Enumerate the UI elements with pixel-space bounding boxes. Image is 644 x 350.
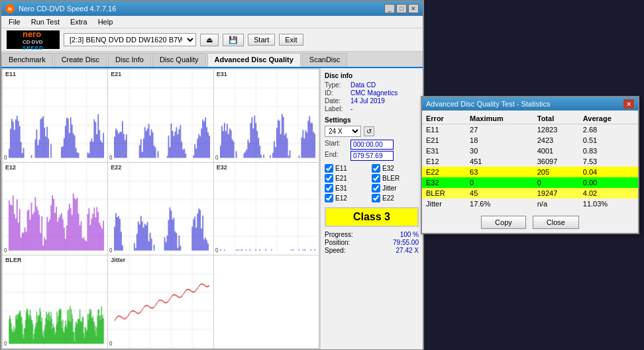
tab-disc-quality[interactable]: Disc Quality [152,53,206,67]
tab-create-disc[interactable]: Create Disc [54,53,107,67]
progress-row: Progress: 100 % [325,231,419,238]
info-date-row: Date: 14 Jul 2019 [325,97,419,105]
date-label: Date: [325,97,348,105]
stats-row: E1127128232.68 [422,124,638,136]
close-button[interactable]: Close [533,216,579,229]
speed-select[interactable]: 24 X [325,126,361,137]
position-row: Position: 79:55.00 [325,239,419,246]
menu-file[interactable]: File [7,17,23,26]
graph-e31-title: E31 [217,71,227,77]
graph-e22: E22 [108,163,213,255]
stats-table: Error Maximum Total Average E1127128232.… [422,113,638,209]
cb-e31-input[interactable] [325,184,333,193]
minimize-btn[interactable]: _ [384,4,395,13]
toolbar: nero CD·DVD SPEED [2:3] BENQ DVD DD DW16… [1,28,423,52]
stats-close-x-btn[interactable]: ✕ [623,99,634,109]
stats-row: E32000.00 [422,177,638,188]
cb-e11-input[interactable] [325,164,333,173]
graph-e21-title: E21 [111,71,121,77]
save-icon-btn[interactable]: 💾 [223,34,244,46]
cb-jitter: Jitter [372,184,419,193]
col-total: Total [533,113,579,124]
stats-row: E12451360977.53 [422,156,638,167]
tab-benchmark[interactable]: Benchmark [1,53,53,67]
cb-e31-label: E31 [335,185,347,192]
graph-empty [214,255,319,348]
content-area: E11 E21 E31 E12 E22 [1,68,423,349]
type-value: Data CD [350,81,376,89]
info-type-row: Type: Data CD [325,81,419,89]
progress-value: 100 % [400,231,419,238]
menu-run-test[interactable]: Run Test [29,17,62,26]
cb-e32-input[interactable] [372,164,380,173]
menu-extra[interactable]: Extra [68,17,89,26]
stats-popup: Advanced Disc Quality Test - Statistics … [421,96,639,234]
graph-e22-title: E22 [111,164,121,171]
graph-bler: BLER [3,255,107,348]
graph-e21: E21 [108,69,213,162]
start-button[interactable]: Start [248,34,275,46]
start-field[interactable] [350,140,394,150]
tab-scandisc[interactable]: ScanDisc [302,53,347,67]
maximize-btn[interactable]: □ [396,4,407,13]
stats-row: E313040010.83 [422,146,638,156]
title-buttons: _ □ ✕ [384,4,419,13]
stats-title: Advanced Disc Quality Test - Statistics [426,100,550,108]
cb-e22-input[interactable] [372,194,380,202]
menu-help[interactable]: Help [96,17,115,26]
menu-bar: File Run Test Extra Help [1,16,423,28]
cb-e21-label: E21 [335,175,347,182]
title-bar: N Nero CD-DVD Speed 4.7.7.16 _ □ ✕ [1,1,423,16]
end-field[interactable] [350,151,394,161]
copy-button[interactable]: Copy [481,216,526,229]
cb-e12-label: E12 [335,195,347,202]
cb-e22: E22 [372,194,419,202]
graph-jitter-title: Jitter [111,257,125,263]
speed-row-bottom: Speed: 27.42 X [325,247,419,254]
graph-e12-title: E12 [5,164,16,171]
col-maximum: Maximum [466,113,533,124]
graph-jitter: Jitter [108,255,213,348]
refresh-btn[interactable]: ↺ [364,126,374,136]
cb-e31: E31 [325,184,372,193]
cb-bler-label: BLER [382,175,400,182]
eject-icon-btn[interactable]: ⏏ [200,34,219,46]
class-display: Class 3 [325,207,419,227]
cb-e32-label: E32 [382,165,394,172]
close-btn[interactable]: ✕ [408,4,419,13]
app-title: Nero CD-DVD Speed 4.7.7.16 [19,5,384,13]
settings-title: Settings [325,116,419,124]
speed-label: Speed: [325,247,346,254]
cb-e21-input[interactable] [325,174,333,183]
settings-section: Settings 24 X ↺ Start: End: [325,116,419,203]
cb-e12-input[interactable] [325,194,333,202]
drive-select[interactable]: [2:3] BENQ DVD DD DW1620 B7W9 [64,33,196,46]
speed-value: 27.42 X [396,247,419,254]
graph-e11-title: E11 [5,71,16,77]
stats-row: E22632050.04 [422,167,638,177]
info-id-row: ID: CMC Magnetics [325,89,419,97]
cb-e21: E21 [325,174,372,183]
main-window: N Nero CD-DVD Speed 4.7.7.16 _ □ ✕ File … [0,0,424,350]
tabs-bar: Benchmark Create Disc Disc Info Disc Qua… [1,52,423,68]
stats-row: E211824230.51 [422,135,638,146]
progress-label: Progress: [325,231,353,238]
cb-jitter-input[interactable] [372,184,380,193]
graph-bler-title: BLER [5,257,22,263]
end-label: End: [325,151,348,161]
col-average: Average [579,113,638,124]
tab-disc-info[interactable]: Disc Info [108,53,151,67]
info-label-row: Label: - [325,105,419,112]
start-label: Start: [325,140,348,150]
checkboxes-grid: E11 E32 E21 BLER [325,163,419,203]
id-label: ID: [325,89,348,97]
side-panel: Disc info Type: Data CD ID: CMC Magnetic… [320,68,423,349]
tab-advanced-disc-quality[interactable]: Advanced Disc Quality [207,53,301,67]
stats-header-row: Error Maximum Total Average [422,113,638,124]
exit-button[interactable]: Exit [279,34,303,46]
start-row: Start: [325,140,419,150]
cb-e11: E11 [325,164,372,173]
end-row: End: [325,151,419,161]
cb-bler-input[interactable] [372,174,380,183]
cb-jitter-label: Jitter [382,185,397,192]
